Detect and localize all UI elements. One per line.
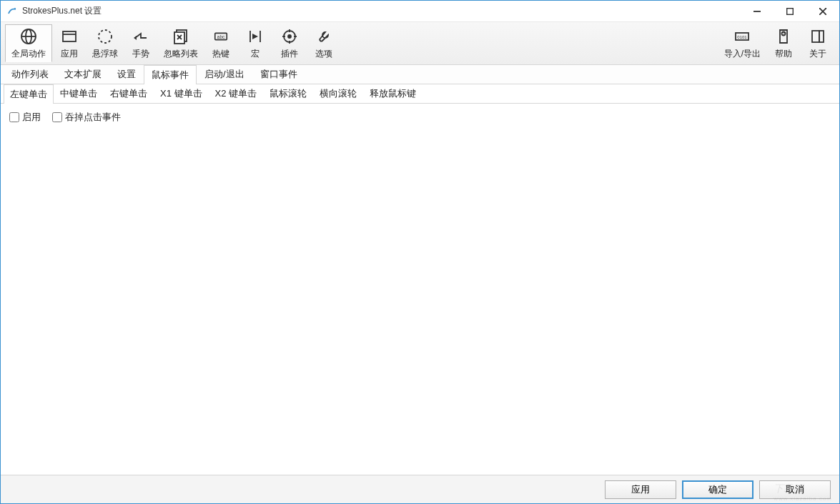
apply-button[interactable]: 应用: [605, 480, 676, 499]
import-export-icon: 0101: [732, 26, 752, 46]
toolbar-options[interactable]: 选项: [307, 24, 341, 62]
svg-point-10: [99, 30, 112, 43]
toolbar-apps[interactable]: 应用: [52, 24, 87, 62]
sub-tabs: 左键单击 中键单击 右键单击 X1 键单击 X2 键单击 鼠标滚轮 横向滚轮 释…: [1, 84, 839, 104]
svg-marker-11: [134, 36, 137, 40]
ok-button[interactable]: 确定: [682, 480, 753, 499]
subtab-left-click[interactable]: 左键单击: [4, 84, 54, 104]
toolbar-plugin[interactable]: 插件: [272, 24, 307, 62]
globe-icon: [19, 26, 39, 46]
gesture-icon: [131, 26, 151, 46]
enable-checkbox[interactable]: 启用: [9, 111, 41, 124]
subtab-middle-click[interactable]: 中键单击: [54, 84, 104, 103]
window-icon: [59, 26, 79, 46]
macro-icon: [245, 26, 265, 46]
plugin-icon: [280, 26, 300, 46]
toolbar-import-export[interactable]: 0101 导入/导出: [718, 25, 766, 61]
svg-marker-19: [252, 34, 258, 39]
tab-startup-exit[interactable]: 启动/退出: [197, 64, 252, 84]
subtab-right-click[interactable]: 右键单击: [104, 84, 154, 103]
subtab-wheel[interactable]: 鼠标滚轮: [263, 84, 313, 103]
about-icon: [808, 26, 828, 46]
app-icon: [6, 6, 18, 17]
swallow-checkbox-input[interactable]: [52, 112, 62, 122]
maximize-button[interactable]: [774, 1, 806, 21]
hotkey-icon: abc: [211, 26, 231, 46]
svg-point-0: [14, 8, 16, 9]
content-panel: 启用 吞掉点击事件: [1, 104, 839, 475]
svg-rect-2: [787, 8, 794, 14]
dashed-circle-icon: [95, 26, 115, 46]
subtab-x1-click[interactable]: X1 键单击: [154, 84, 209, 103]
footer-bar: 应用 确定 取消 下载吧www.xiazaiba.com: [1, 475, 839, 503]
toolbar-about[interactable]: 关于: [801, 25, 835, 61]
subtab-x2-click[interactable]: X2 键单击: [209, 84, 264, 103]
subtab-hwheel[interactable]: 横向滚轮: [313, 84, 363, 103]
toolbar-macro[interactable]: 宏: [238, 24, 272, 62]
svg-rect-31: [812, 31, 819, 42]
toolbar-global-actions[interactable]: 全局动作: [5, 24, 52, 62]
svg-rect-8: [63, 31, 76, 41]
ignore-list-icon: [171, 26, 191, 46]
primary-tabs: 动作列表 文本扩展 设置 鼠标事件 启动/退出 窗口事件: [1, 65, 839, 84]
svg-text:abc: abc: [217, 34, 225, 39]
svg-text:0101: 0101: [738, 35, 748, 39]
toolbar-hotkey[interactable]: abc 热键: [204, 24, 238, 62]
tab-mouse-events[interactable]: 鼠标事件: [144, 65, 197, 84]
enable-label: 启用: [22, 111, 41, 124]
swallow-label: 吞掉点击事件: [65, 111, 121, 124]
window-controls: [741, 1, 839, 21]
main-toolbar: 全局动作 应用 悬浮球 手势 忽略列表 abc 热键 宏 插件: [1, 22, 839, 65]
wrench-icon: [314, 26, 334, 46]
subtab-release[interactable]: 释放鼠标键: [363, 84, 423, 103]
svg-rect-32: [819, 31, 824, 42]
minimize-button[interactable]: [741, 1, 774, 21]
tab-window-events[interactable]: 窗口事件: [252, 64, 305, 84]
tab-action-list[interactable]: 动作列表: [4, 64, 56, 84]
help-icon: ?: [774, 26, 794, 46]
toolbar-help[interactable]: ? 帮助: [766, 25, 801, 61]
toolbar-gesture[interactable]: 手势: [124, 24, 158, 62]
close-button[interactable]: [806, 1, 839, 21]
toolbar-ignore[interactable]: 忽略列表: [158, 24, 204, 62]
enable-checkbox-input[interactable]: [9, 112, 19, 122]
cancel-button[interactable]: 取消: [759, 480, 831, 499]
toolbar-float[interactable]: 悬浮球: [87, 24, 124, 62]
tab-text-expand[interactable]: 文本扩展: [56, 64, 109, 84]
swallow-checkbox[interactable]: 吞掉点击事件: [52, 111, 121, 124]
title-bar: StrokesPlus.net 设置: [1, 1, 839, 22]
tab-settings[interactable]: 设置: [109, 64, 144, 84]
svg-point-26: [288, 35, 291, 38]
window-title: StrokesPlus.net 设置: [22, 5, 741, 17]
